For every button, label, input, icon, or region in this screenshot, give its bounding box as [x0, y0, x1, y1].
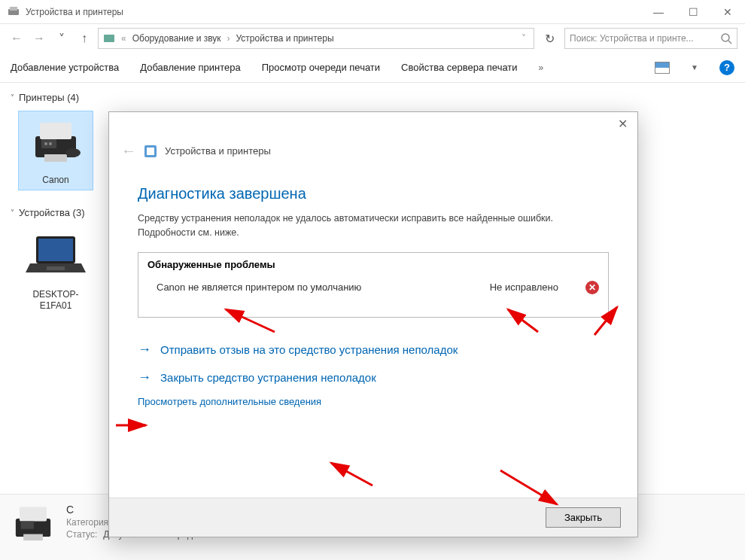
problems-list: Обнаруженные проблемы Canon не является … — [138, 252, 609, 318]
error-icon: ✕ — [585, 281, 599, 294]
window-controls: — ☐ ✕ — [641, 0, 745, 24]
dialog-footer: Закрыть — [109, 498, 637, 537]
svg-rect-6 — [40, 123, 71, 139]
svg-rect-17 — [21, 521, 34, 528]
breadcrumb-item[interactable]: Устройства и принтеры — [236, 33, 334, 44]
troubleshooter-dialog: ✕ ← Устройства и принтеры Диагностика за… — [108, 111, 638, 537]
add-device-button[interactable]: Добавление устройства — [11, 62, 119, 73]
dialog-description: Средству устранения неполадок не удалось… — [138, 212, 609, 240]
laptop-icon — [26, 233, 86, 278]
breadcrumb[interactable]: « Оборудование и звук › Устройства и при… — [98, 28, 534, 49]
device-label: DESKTOP-E1FA01 — [18, 286, 93, 315]
svg-rect-10 — [44, 154, 67, 162]
search-placeholder: Поиск: Устройства и принте... — [570, 33, 694, 44]
chevron-icon: « — [118, 33, 129, 44]
link-label: Отправить отзыв на это средство устранен… — [160, 343, 458, 356]
toolbar: Добавление устройства Добавление принтер… — [0, 53, 745, 83]
dialog-header: ← Устройства и принтеры — [109, 135, 637, 172]
control-panel-icon — [103, 32, 115, 44]
minimize-button[interactable]: — — [641, 0, 676, 24]
svg-rect-13 — [38, 239, 73, 261]
nav-back-button[interactable]: ← — [8, 29, 26, 47]
help-button[interactable]: ? — [719, 60, 734, 75]
dialog-body: Диагностика завершена Средству устранени… — [109, 172, 637, 427]
nav-forward-button[interactable]: → — [30, 29, 48, 47]
problems-header: Обнаруженные проблемы — [138, 253, 608, 276]
search-icon — [720, 32, 732, 44]
printer-icon — [11, 501, 56, 546]
printer-icon — [29, 115, 82, 168]
device-canon[interactable]: Canon — [18, 111, 93, 190]
dialog-close-button[interactable]: ✕ — [613, 114, 631, 132]
chevron-down-icon: ˅ — [11, 93, 14, 102]
group-label: Устройства (3) — [19, 207, 85, 218]
chevron-down-icon[interactable]: ˅ — [518, 33, 529, 44]
close-button[interactable]: Закрыть — [546, 507, 621, 528]
dialog-heading: Диагностика завершена — [138, 185, 609, 202]
search-input[interactable]: Поиск: Устройства и принте... — [564, 28, 737, 49]
problem-status: Не исправлено — [490, 282, 558, 293]
arrow-right-icon: → — [138, 370, 151, 385]
devices-icon — [8, 6, 20, 18]
svg-rect-20 — [147, 148, 154, 155]
nav-up-button[interactable]: ↑ — [75, 29, 93, 47]
svg-line-4 — [728, 41, 731, 44]
breadcrumb-item[interactable]: Оборудование и звук — [132, 33, 221, 44]
svg-point-8 — [44, 142, 47, 145]
svg-point-9 — [49, 142, 52, 145]
group-label: Принтеры (4) — [19, 92, 79, 103]
close-troubleshooter-link[interactable]: → Закрыть средство устранения неполадок — [138, 364, 609, 391]
dialog-titlebar: ✕ — [109, 112, 637, 135]
problem-row[interactable]: Canon не является принтером по умолчанию… — [138, 276, 608, 317]
toolbar-overflow[interactable]: » — [539, 62, 544, 73]
device-label: Canon — [19, 172, 93, 190]
view-queue-button[interactable]: Просмотр очереди печати — [262, 62, 380, 73]
svg-rect-16 — [20, 507, 47, 522]
details-link[interactable]: Просмотреть дополнительные сведения — [138, 391, 609, 407]
link-label: Закрыть средство устранения неполадок — [160, 371, 376, 384]
device-desktop[interactable]: DESKTOP-E1FA01 — [18, 226, 93, 315]
svg-rect-14 — [47, 266, 65, 270]
dialog-header-text: Устройства и принтеры — [165, 145, 271, 157]
dialog-back-button[interactable]: ← — [121, 142, 136, 160]
svg-rect-2 — [104, 35, 114, 42]
dialog-links: → Отправить отзыв на это средство устран… — [138, 318, 609, 413]
troubleshoot-icon — [144, 145, 157, 158]
printers-group-header[interactable]: ˅ Принтеры (4) — [11, 87, 734, 108]
window-title-bar: Устройства и принтеры — ☐ ✕ — [0, 0, 745, 24]
svg-rect-18 — [23, 534, 43, 541]
view-mode-button[interactable] — [655, 62, 670, 74]
maximize-button[interactable]: ☐ — [676, 0, 710, 24]
feedback-link[interactable]: → Отправить отзыв на это средство устран… — [138, 336, 609, 364]
add-printer-button[interactable]: Добавление принтера — [140, 62, 240, 73]
arrow-right-icon: → — [138, 342, 151, 358]
refresh-button[interactable]: ↻ — [539, 28, 560, 49]
details-category-label: Категория: — [66, 517, 111, 528]
svg-rect-1 — [10, 7, 17, 11]
nav-dropdown[interactable]: ˅ — [53, 29, 71, 47]
details-status-label: Статус: — [66, 529, 97, 540]
close-button[interactable]: ✕ — [710, 0, 745, 24]
window-title: Устройства и принтеры — [26, 7, 641, 17]
chevron-right-icon: › — [224, 33, 233, 44]
svg-point-3 — [722, 34, 729, 41]
problem-name: Canon не является принтером по умолчанию — [157, 282, 481, 293]
chevron-down-icon: ˅ — [11, 208, 14, 217]
svg-point-11 — [65, 148, 81, 157]
server-properties-button[interactable]: Свойства сервера печати — [401, 62, 518, 73]
address-bar: ← → ˅ ↑ « Оборудование и звук › Устройст… — [0, 24, 745, 53]
